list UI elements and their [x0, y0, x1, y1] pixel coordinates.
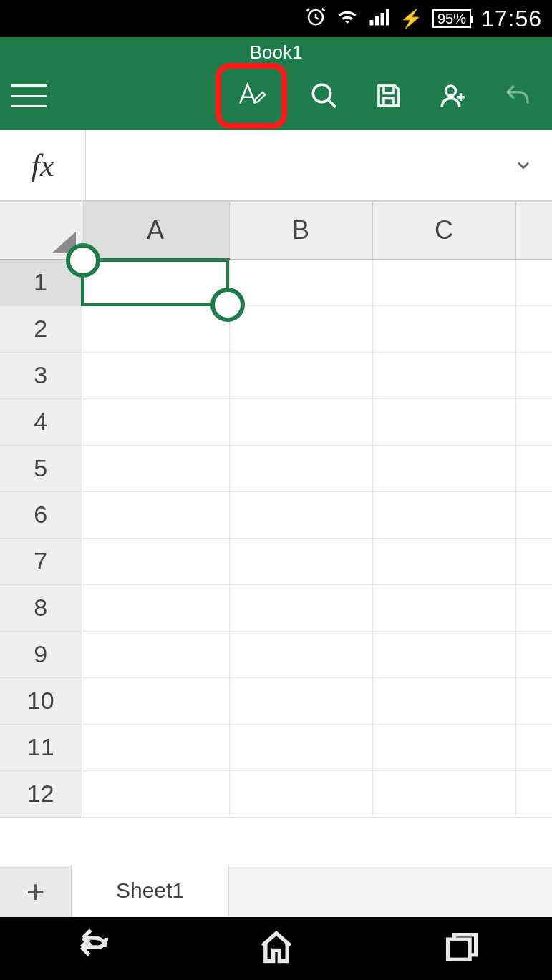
signal-icon [368, 6, 389, 32]
cell[interactable] [515, 305, 552, 352]
cell[interactable] [229, 724, 372, 770]
svg-rect-3 [380, 13, 384, 26]
cell[interactable] [82, 398, 229, 445]
undo-icon [503, 81, 533, 111]
share-button[interactable] [430, 73, 476, 119]
cell[interactable] [82, 305, 229, 352]
row-header[interactable]: 8 [0, 584, 82, 631]
home-button[interactable] [258, 928, 295, 969]
cell[interactable] [515, 259, 552, 305]
add-sheet-button[interactable]: + [0, 866, 72, 917]
column-header-b[interactable]: B [229, 202, 372, 259]
row-header[interactable]: 7 [0, 538, 82, 584]
cell[interactable] [229, 584, 372, 631]
row-header[interactable]: 5 [0, 445, 82, 491]
cell[interactable] [372, 259, 515, 305]
cell[interactable] [515, 631, 552, 677]
cell[interactable] [229, 398, 372, 445]
highlight-annotation [216, 63, 287, 129]
spreadsheet-grid[interactable]: A B C 1 2 3 4 5 6 7 8 9 10 11 12 [0, 202, 552, 866]
cell[interactable] [229, 538, 372, 584]
cell[interactable] [229, 352, 372, 398]
row-header[interactable]: 11 [0, 724, 82, 770]
cell[interactable] [229, 259, 372, 305]
cell[interactable] [515, 677, 552, 724]
formula-bar: fx [0, 130, 552, 202]
recents-button[interactable] [442, 928, 479, 969]
cell[interactable] [82, 259, 229, 305]
cell[interactable] [372, 584, 515, 631]
app-header: Book1 [0, 37, 552, 130]
column-header-c[interactable]: C [372, 202, 515, 259]
save-button[interactable] [366, 73, 412, 119]
select-all-corner[interactable] [0, 202, 82, 259]
cell[interactable] [515, 352, 552, 398]
sheet-tab[interactable]: Sheet1 [72, 865, 229, 916]
cell[interactable] [82, 677, 229, 724]
svg-point-5 [313, 84, 331, 102]
chevron-down-icon [513, 155, 533, 175]
search-button[interactable] [301, 73, 347, 119]
undo-button[interactable] [495, 73, 541, 119]
cell[interactable] [515, 445, 552, 491]
cell[interactable] [229, 631, 372, 677]
toolbar [0, 62, 552, 130]
row-header[interactable]: 10 [0, 677, 82, 724]
expand-formula-button[interactable] [495, 130, 552, 200]
cell[interactable] [82, 538, 229, 584]
row-header[interactable]: 3 [0, 352, 82, 398]
cell[interactable] [229, 491, 372, 538]
cell[interactable] [82, 491, 229, 538]
cell[interactable] [229, 305, 372, 352]
cell[interactable] [372, 677, 515, 724]
row-header[interactable]: 1 [0, 259, 82, 305]
add-person-icon [438, 81, 468, 111]
save-icon [374, 81, 404, 111]
cell[interactable] [82, 631, 229, 677]
cell[interactable] [515, 770, 552, 817]
cell[interactable] [229, 445, 372, 491]
cell[interactable] [82, 445, 229, 491]
wifi-icon [336, 6, 358, 32]
cell[interactable] [372, 538, 515, 584]
recents-icon [442, 928, 479, 966]
svg-point-6 [446, 86, 456, 96]
cell[interactable] [82, 724, 229, 770]
font-edit-icon [236, 81, 266, 111]
cell[interactable] [515, 584, 552, 631]
cell[interactable] [515, 724, 552, 770]
cell[interactable] [515, 538, 552, 584]
column-header-d[interactable] [515, 202, 552, 259]
cell[interactable] [372, 398, 515, 445]
cell[interactable] [82, 352, 229, 398]
cell[interactable] [82, 584, 229, 631]
row-header[interactable]: 4 [0, 398, 82, 445]
cell[interactable] [515, 491, 552, 538]
row-header[interactable]: 2 [0, 305, 82, 352]
formula-input[interactable] [86, 130, 495, 200]
cell[interactable] [372, 491, 515, 538]
row-header[interactable]: 12 [0, 770, 82, 817]
cell[interactable] [229, 770, 372, 817]
svg-rect-1 [369, 20, 373, 26]
row-header[interactable]: 9 [0, 631, 82, 677]
cell[interactable] [229, 677, 372, 724]
cell[interactable] [372, 445, 515, 491]
cell[interactable] [372, 352, 515, 398]
column-header-a[interactable]: A [82, 202, 229, 259]
cell[interactable] [372, 631, 515, 677]
alarm-icon [305, 6, 326, 32]
cell[interactable] [515, 398, 552, 445]
charging-icon: ⚡ [400, 8, 422, 30]
row-header[interactable]: 6 [0, 491, 82, 538]
cell[interactable] [372, 770, 515, 817]
cell[interactable] [82, 770, 229, 817]
sheet-tab-bar: + Sheet1 [0, 866, 552, 917]
cell[interactable] [372, 305, 515, 352]
cell[interactable] [372, 724, 515, 770]
menu-button[interactable] [11, 82, 47, 110]
font-edit-button[interactable] [228, 73, 274, 119]
fx-label[interactable]: fx [0, 130, 86, 200]
search-icon [309, 81, 339, 111]
back-button[interactable] [74, 928, 111, 969]
